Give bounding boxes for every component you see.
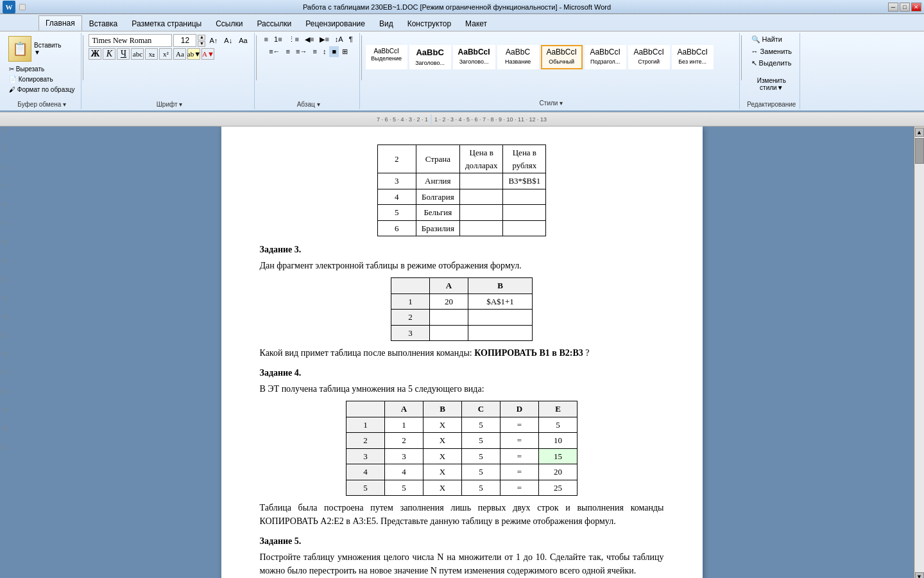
clipboard-content: 📋 Вставить▼ ✂ Вырезать 📄 Копировать 🖌 Фо…	[6, 34, 77, 100]
sep3	[361, 35, 362, 80]
bold-button[interactable]: Ж	[89, 48, 101, 60]
close-button[interactable]: ✕	[911, 3, 921, 12]
copy-button[interactable]: 📄 Копировать	[6, 74, 77, 84]
tab-design[interactable]: Конструктор	[400, 16, 458, 31]
cut-button[interactable]: ✂ Вырезать	[6, 64, 77, 74]
paragraph-content: ≡ 1≡ ⋮≡ ◀≡ ▶≡ ↕A ¶ ≡← ≡ ≡→ ≡ ↕ ■ ⊞	[262, 34, 355, 100]
title-bar-left: W	[3, 1, 26, 13]
maximize-button[interactable]: □	[900, 3, 910, 12]
style-title[interactable]: AaBbСНазвание	[497, 45, 539, 69]
style-noformat[interactable]: AaBbCcIБез инте...	[672, 45, 714, 69]
style-heading1[interactable]: AaBbСЗаголово...	[409, 45, 451, 69]
replace-button[interactable]: ↔ Заменить	[749, 46, 795, 57]
style-strict[interactable]: AaBbCcIСтрогий	[628, 45, 670, 69]
table1-row1-col1: Англия	[416, 173, 459, 189]
scroll-up-button[interactable]: ▲	[915, 128, 924, 137]
t4-r3-c4: =	[501, 448, 539, 464]
t4-r2-c5: 10	[539, 433, 578, 449]
tab-view[interactable]: Вид	[372, 16, 400, 31]
styles-content: AaBbCcIВыделение AaBbСЗаголово... AaBbCc…	[366, 45, 714, 69]
justify-button[interactable]: ≡	[310, 46, 319, 57]
font-row1: ▲ ▼ A↑ A↓ Aa	[89, 34, 250, 47]
show-marks-button[interactable]: ¶	[346, 34, 355, 45]
select-button[interactable]: ↖ Выделить	[749, 58, 795, 69]
highlight-button[interactable]: аb▼	[187, 48, 200, 60]
task4-header: Задание 4.	[260, 366, 664, 380]
t3-r3-c2	[468, 325, 533, 341]
multilevel-button[interactable]: ⋮≡	[286, 34, 302, 45]
editing-content: 🔍 Найти ↔ Заменить ↖ Выделить	[749, 34, 795, 69]
paste-button[interactable]: 📋 Вставить▼	[6, 34, 63, 64]
line-spacing-button[interactable]: ↕	[320, 46, 329, 57]
sort-button[interactable]: ↕A	[332, 34, 346, 45]
align-left-button[interactable]: ≡←	[266, 46, 282, 57]
vertical-scrollbar[interactable]: ▲ ▼	[914, 127, 924, 578]
table1-row0-col3: Цена врублях	[503, 145, 546, 173]
t4-h2: B	[424, 401, 462, 417]
t4-r3-c5: 15	[539, 448, 578, 464]
font-size-up[interactable]: ▲	[198, 35, 205, 40]
format-painter-button[interactable]: 🖌 Формат по образцу	[6, 85, 77, 94]
font-size-input[interactable]	[173, 34, 196, 47]
scroll-track	[915, 137, 924, 572]
font-size-down[interactable]: ▼	[198, 41, 205, 47]
numbering-button[interactable]: 1≡	[271, 34, 285, 45]
decrease-indent-button[interactable]: ◀≡	[302, 34, 316, 45]
superscript-button[interactable]: x²	[159, 48, 172, 60]
task4-text2: Таблица была построена путем заполнения …	[260, 501, 664, 528]
style-heading2[interactable]: AaBbCcIЗаголово...	[453, 45, 495, 69]
underline-button[interactable]: Ч	[117, 48, 130, 60]
editing-group: 🔍 Найти ↔ Заменить ↖ Выделить Изменитьст…	[743, 33, 800, 109]
align-right-button[interactable]: ≡→	[293, 46, 309, 57]
minimize-button[interactable]: ─	[888, 3, 898, 12]
t4-r1-c3: 5	[462, 417, 501, 433]
font-size-arrows: ▲ ▼	[198, 35, 205, 47]
tab-review[interactable]: Рецензирование	[298, 16, 372, 31]
paste-label: Вставить▼	[34, 42, 61, 56]
strikethrough-button[interactable]: abc	[131, 48, 144, 60]
t3-r2-c0: 2	[391, 310, 430, 326]
style-subtitle[interactable]: AaBbCcIПодзагол...	[585, 45, 626, 69]
align-buttons: ≡← ≡ ≡→ ≡ ↕ ■ ⊞	[266, 46, 350, 57]
bullets-button[interactable]: ≡	[262, 34, 271, 45]
style-selection[interactable]: AaBbCcIВыделение	[366, 45, 407, 69]
font-color-button[interactable]: А▼	[201, 48, 214, 60]
clipboard-buttons: ✂ Вырезать 📄 Копировать 🖌 Формат по обра…	[6, 64, 77, 94]
scroll-thumb[interactable]	[915, 138, 924, 164]
font-name-input[interactable]	[89, 34, 172, 47]
table1-row4-col3	[503, 220, 546, 236]
main-area: 456789101112131415161718192021 2 Страна …	[0, 127, 924, 578]
tab-insert[interactable]: Вставка	[82, 16, 125, 31]
tab-mailings[interactable]: Рассылки	[250, 16, 298, 31]
subscript-button[interactable]: x₂	[145, 48, 158, 60]
clear-format-button[interactable]: Aa	[236, 35, 250, 46]
italic-button[interactable]: К	[103, 48, 116, 60]
table1-row0-col2: Цена вдолларах	[459, 145, 502, 173]
t4-r3-c0: 3	[346, 448, 385, 464]
styles-group: AaBbCcIВыделение AaBbСЗаголово... AaBbCc…	[363, 33, 740, 109]
t4-r2-c0: 2	[346, 433, 385, 449]
clipboard-group: 📋 Вставить▼ ✂ Вырезать 📄 Копировать 🖌 Фо…	[3, 33, 81, 109]
font-shrink-button[interactable]: A↓	[221, 35, 235, 46]
change-styles-button[interactable]: Изменитьстили▼	[761, 69, 782, 100]
tab-layout[interactable]: Разметка страницы	[124, 16, 209, 31]
scroll-down-button[interactable]: ▼	[915, 572, 924, 578]
increase-indent-button[interactable]: ▶≡	[317, 34, 331, 45]
title-bar: W Работа с таблицами 230EB~1.DOC [Режим …	[0, 0, 924, 14]
shading-button[interactable]: ■	[329, 46, 339, 57]
borders-button[interactable]: ⊞	[339, 46, 350, 57]
text-effects-button[interactable]: Аа	[173, 48, 186, 60]
style-normal[interactable]: AaBbCcIОбычный	[541, 45, 583, 69]
t4-r5-c5: 25	[539, 480, 578, 496]
editing-group-label: Редактирование	[747, 100, 796, 108]
tab-home[interactable]: Главная	[38, 15, 82, 31]
tab-references[interactable]: Ссылки	[209, 16, 250, 31]
t3-r1-c2: $A$1+1	[468, 293, 533, 310]
document-area: 2 Страна Цена вдолларах Цена врублях 3 А…	[10, 127, 914, 578]
t4-r5-c0: 5	[346, 480, 385, 496]
tab-layout2[interactable]: Макет	[458, 16, 494, 31]
table1-row4-col1: Бразилия	[416, 220, 459, 236]
find-button[interactable]: 🔍 Найти	[749, 34, 795, 45]
font-grow-button[interactable]: A↑	[207, 35, 220, 46]
align-center-button[interactable]: ≡	[284, 46, 293, 57]
